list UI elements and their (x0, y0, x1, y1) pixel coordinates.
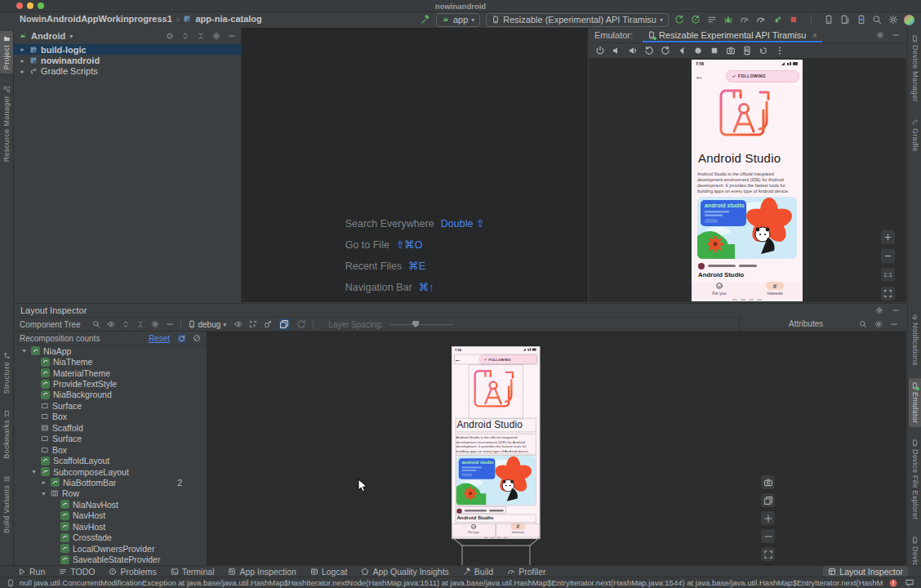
component-tree-item-ScaffoldLayout[interactable]: ScaffoldLayout (14, 455, 207, 466)
component-tree-item-NavHost[interactable]: NavHost (14, 510, 207, 521)
visibility-icon[interactable] (107, 320, 115, 328)
following-chip[interactable]: FOLLOWING (726, 70, 799, 82)
component-tree-item-LocalOwnersProvider[interactable]: LocalOwnersProvider (14, 543, 207, 554)
component-tree-item-NiaBottomBar[interactable]: ▸NiaBottomBar2 (14, 477, 207, 488)
device-screen[interactable]: 7:58 ← FOLLOWING (692, 60, 803, 301)
expand-all-icon[interactable] (122, 320, 130, 328)
apply-code-changes-icon[interactable] (691, 15, 701, 24)
component-tree-item-NiaBackground[interactable]: NiaBackground (14, 390, 207, 400)
device-mirroring-icon[interactable] (840, 15, 850, 24)
profiler-icon[interactable] (756, 15, 766, 24)
inspected-device-screen[interactable]: 7:58 ← FOLLOWING (452, 346, 540, 539)
inspector-canvas[interactable]: 7:58 ← FOLLOWING (207, 332, 906, 565)
rotate-right-icon[interactable] (661, 46, 670, 56)
inspected-device-render[interactable]: 7:58 ← FOLLOWING (452, 346, 541, 540)
tool-window-button-terminal[interactable]: Terminal (171, 567, 215, 577)
target-device-select[interactable]: Resizable (Experimental) API Tiramisu ▾ (486, 13, 669, 27)
component-tree-item-NiaTheme[interactable]: NiaTheme (14, 356, 207, 367)
disable-counts-icon[interactable] (193, 334, 201, 342)
project-tree-item-build-logic[interactable]: ▸build-logic (14, 44, 241, 55)
reset-counts-link[interactable]: Reset (149, 334, 170, 343)
status-message[interactable]: null java.util.ConcurrentModificationExc… (20, 578, 883, 587)
recomposition-counts-icon[interactable] (177, 334, 186, 343)
tool-window-button-app-inspection[interactable]: App Inspection (228, 567, 296, 577)
volume-up-icon[interactable] (628, 46, 638, 56)
back-arrow-icon[interactable]: ← (454, 355, 461, 363)
close-icon[interactable]: × (812, 30, 816, 40)
chevron-right-icon[interactable]: ▸ (19, 68, 26, 75)
event-bubble-icon[interactable] (905, 578, 914, 588)
breadcrumb-project[interactable]: NowinAndroidAppWorkinprogress1 (20, 14, 172, 24)
component-tree-item-Crossfade[interactable]: Crossfade (14, 532, 207, 542)
snapshots-icon[interactable] (759, 46, 768, 56)
zoom-actual-button[interactable]: 1:1 (881, 268, 895, 282)
back-arrow-icon[interactable]: ← (695, 71, 704, 81)
article-card-image[interactable]: android studio (456, 456, 536, 506)
stripe-item-resource-manager[interactable]: Resource Manager (0, 82, 13, 166)
screenshot-button[interactable] (761, 475, 775, 489)
export-icon[interactable] (264, 320, 272, 328)
component-tree-item-SubcomposeLayout[interactable]: ▾SubcomposeLayout (14, 466, 207, 477)
settings-icon[interactable] (151, 320, 159, 328)
locate-icon[interactable] (166, 32, 174, 40)
slider-thumb[interactable] (412, 321, 419, 327)
expand-all-icon[interactable] (181, 32, 189, 40)
search-icon[interactable] (859, 320, 867, 328)
article-title[interactable]: Android Studio (456, 515, 536, 523)
project-tree-item-Gradle Scripts[interactable]: ▸Gradle Scripts (14, 66, 241, 77)
bottom-nav-interests[interactable]: #Interests (496, 523, 540, 538)
gauge-dim-icon[interactable] (740, 15, 750, 24)
refresh-icon[interactable] (296, 319, 306, 329)
stripe-item-build-variants[interactable]: Build Variants (0, 471, 13, 537)
component-tree-item-ProvideTextStyle[interactable]: ProvideTextStyle (14, 378, 207, 389)
sdk-manager-icon[interactable] (856, 15, 866, 24)
chevron-right-icon[interactable]: ▸ (19, 46, 26, 53)
tool-window-button-todo[interactable]: TODO (59, 567, 95, 577)
nav-home-icon[interactable] (693, 46, 703, 56)
article-title[interactable]: Android Studio (698, 271, 798, 280)
component-tree-item-Surface[interactable]: Surface (14, 400, 207, 411)
stripe-item-device-manager[interactable]: Device Manager (909, 31, 921, 106)
gear-icon[interactable] (875, 306, 883, 314)
component-tree-item-NiaApp[interactable]: ▾NiaApp (14, 345, 207, 356)
component-tree-item-Box[interactable]: Box (14, 412, 207, 422)
stripe-item-device-file-explorer[interactable]: Device File Explorer (909, 435, 921, 524)
component-tree-item-Surface[interactable]: Surface (14, 434, 207, 444)
tool-window-button-build[interactable]: Build (463, 567, 493, 577)
settings-icon[interactable] (888, 15, 898, 24)
rotate-left-icon[interactable] (644, 46, 654, 56)
tool-window-button-profiler[interactable]: Profiler (507, 567, 545, 577)
bottom-nav-for-you[interactable]: For you (452, 523, 496, 538)
stripe-item-emulator[interactable]: Emulator (909, 378, 921, 427)
chevron-down-icon[interactable]: ▾ (40, 490, 47, 497)
hide-icon[interactable] (228, 32, 236, 40)
collapse-all-icon[interactable] (136, 320, 145, 328)
zoom-fit-button[interactable] (881, 287, 895, 301)
pick-icon[interactable] (249, 320, 257, 328)
bottom-nav-for-you[interactable]: For you (692, 282, 747, 300)
stripe-item-structure[interactable]: Structure (0, 348, 13, 398)
stripe-item-project[interactable]: Project (0, 31, 13, 74)
tool-window-button-logcat[interactable]: Logcat (310, 567, 348, 577)
zoom-in-button[interactable] (881, 230, 895, 244)
power-icon[interactable] (595, 46, 605, 56)
device-manager-icon[interactable] (824, 15, 834, 24)
screenshot-icon[interactable] (726, 46, 736, 56)
3d-mode-button[interactable] (278, 318, 290, 330)
search-icon[interactable] (92, 320, 100, 328)
debug-icon[interactable] (723, 15, 733, 24)
nav-overview-icon[interactable] (710, 46, 719, 56)
component-tree-item-Scaffold[interactable]: Scaffold (14, 422, 207, 433)
apply-changes-icon[interactable] (674, 15, 684, 24)
collapse-all-icon[interactable] (197, 32, 205, 40)
hide-icon[interactable] (890, 320, 898, 328)
component-tree-item-SaveableStateProvider[interactable]: SaveableStateProvider (14, 554, 207, 564)
tool-window-button-layout-inspector[interactable]: Layout Inspector (823, 566, 908, 577)
search-icon[interactable] (872, 15, 882, 24)
zoom-mode-icon[interactable] (742, 46, 752, 56)
breadcrumb-module[interactable]: app-nia-catalog (195, 14, 261, 24)
layer-spacing-slider[interactable] (389, 320, 453, 328)
zoom-out-button[interactable] (761, 529, 775, 543)
volume-down-icon[interactable] (612, 46, 621, 56)
tool-window-button-problems[interactable]: Problems (109, 567, 156, 577)
